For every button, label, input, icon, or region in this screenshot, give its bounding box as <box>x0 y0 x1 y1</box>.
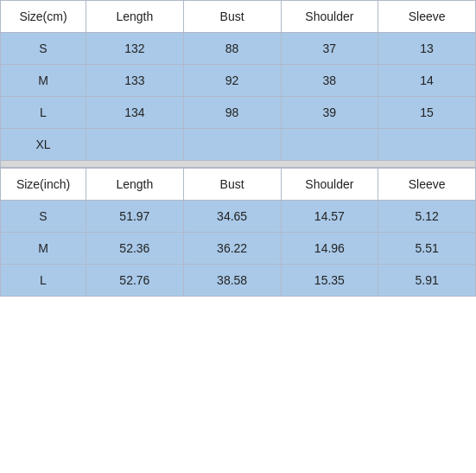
cm-header-sleeve: Sleeve <box>378 1 476 33</box>
cm-sleeve-s: 13 <box>378 33 476 65</box>
inch-header-sleeve: Sleeve <box>378 169 476 201</box>
inch-header-bust: Bust <box>183 169 281 201</box>
cm-header-length: Length <box>86 1 184 33</box>
cm-size-s: S <box>1 33 86 65</box>
cm-header-size: Size(cm) <box>1 1 86 33</box>
cm-bust-m: 92 <box>183 65 281 97</box>
inch-sleeve-s: 5.12 <box>378 201 476 233</box>
inch-row-m: M 52.36 36.22 14.96 5.51 <box>1 233 476 265</box>
table-divider <box>0 161 476 168</box>
cm-length-s: 132 <box>86 33 184 65</box>
inch-row-l: L 52.76 38.58 15.35 5.91 <box>1 265 476 297</box>
inch-sleeve-l: 5.91 <box>378 265 476 297</box>
size-chart-container: Size(cm) Length Bust Shoulder Sleeve S 1… <box>0 0 476 297</box>
cm-size-xl: XL <box>1 129 86 161</box>
inch-bust-s: 34.65 <box>183 201 281 233</box>
cm-header-row: Size(cm) Length Bust Shoulder Sleeve <box>1 1 476 33</box>
inch-size-l: L <box>1 265 86 297</box>
cm-table: Size(cm) Length Bust Shoulder Sleeve S 1… <box>0 0 476 161</box>
inch-header-length: Length <box>86 169 184 201</box>
inch-shoulder-l: 15.35 <box>281 265 378 297</box>
cm-shoulder-m: 38 <box>281 65 378 97</box>
cm-sleeve-xl <box>378 129 476 161</box>
inch-bust-l: 38.58 <box>183 265 281 297</box>
inch-length-m: 52.36 <box>86 233 184 265</box>
cm-length-m: 133 <box>86 65 184 97</box>
cm-header-bust: Bust <box>183 1 281 33</box>
inch-row-s: S 51.97 34.65 14.57 5.12 <box>1 201 476 233</box>
inch-table: Size(inch) Length Bust Shoulder Sleeve S… <box>0 168 476 297</box>
cm-size-m: M <box>1 65 86 97</box>
inch-shoulder-m: 14.96 <box>281 233 378 265</box>
cm-sleeve-m: 14 <box>378 65 476 97</box>
cm-sleeve-l: 15 <box>378 97 476 129</box>
cm-shoulder-l: 39 <box>281 97 378 129</box>
cm-size-l: L <box>1 97 86 129</box>
cm-bust-xl <box>183 129 281 161</box>
cm-length-l: 134 <box>86 97 184 129</box>
inch-header-size: Size(inch) <box>1 169 86 201</box>
inch-length-l: 52.76 <box>86 265 184 297</box>
cm-bust-l: 98 <box>183 97 281 129</box>
cm-header-shoulder: Shoulder <box>281 1 378 33</box>
cm-shoulder-s: 37 <box>281 33 378 65</box>
cm-bust-s: 88 <box>183 33 281 65</box>
cm-shoulder-xl <box>281 129 378 161</box>
inch-size-s: S <box>1 201 86 233</box>
inch-size-m: M <box>1 233 86 265</box>
inch-header-row: Size(inch) Length Bust Shoulder Sleeve <box>1 169 476 201</box>
cm-row-l: L 134 98 39 15 <box>1 97 476 129</box>
cm-length-xl <box>86 129 184 161</box>
cm-row-s: S 132 88 37 13 <box>1 33 476 65</box>
cm-row-xl: XL <box>1 129 476 161</box>
inch-shoulder-s: 14.57 <box>281 201 378 233</box>
inch-bust-m: 36.22 <box>183 233 281 265</box>
inch-length-s: 51.97 <box>86 201 184 233</box>
inch-sleeve-m: 5.51 <box>378 233 476 265</box>
inch-header-shoulder: Shoulder <box>281 169 378 201</box>
cm-row-m: M 133 92 38 14 <box>1 65 476 97</box>
